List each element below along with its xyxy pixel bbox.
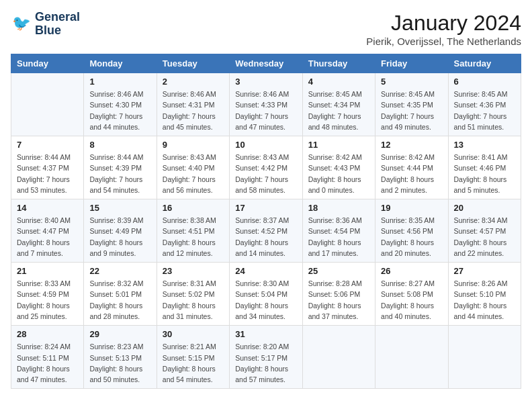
day-detail: Sunrise: 8:45 AMSunset: 4:35 PMDaylight:… — [381, 89, 442, 132]
day-number: 30 — [163, 329, 224, 339]
weekday-header-sunday: Sunday — [11, 54, 84, 73]
calendar-cell: 15Sunrise: 8:39 AMSunset: 4:49 PMDayligh… — [84, 199, 157, 263]
calendar-cell: 1Sunrise: 8:46 AMSunset: 4:30 PMDaylight… — [84, 73, 157, 136]
day-number: 23 — [163, 266, 224, 276]
calendar-cell: 30Sunrise: 8:21 AMSunset: 5:15 PMDayligh… — [157, 326, 229, 389]
logo-icon: 🐦 — [11, 13, 32, 35]
calendar-week-row: 7Sunrise: 8:44 AMSunset: 4:37 PMDaylight… — [11, 136, 521, 199]
calendar-cell: 10Sunrise: 8:43 AMSunset: 4:42 PMDayligh… — [230, 136, 302, 199]
day-number: 4 — [308, 77, 369, 87]
calendar-cell: 23Sunrise: 8:31 AMSunset: 5:02 PMDayligh… — [157, 263, 229, 326]
day-detail: Sunrise: 8:41 AMSunset: 4:46 PMDaylight:… — [454, 152, 515, 195]
calendar-cell: 14Sunrise: 8:40 AMSunset: 4:47 PMDayligh… — [11, 199, 84, 263]
day-detail: Sunrise: 8:39 AMSunset: 4:49 PMDaylight:… — [89, 215, 150, 259]
calendar-cell: 18Sunrise: 8:36 AMSunset: 4:54 PMDayligh… — [302, 199, 375, 263]
day-number: 27 — [454, 266, 515, 276]
day-number: 8 — [89, 140, 150, 150]
day-number: 24 — [235, 266, 296, 276]
calendar-cell: 17Sunrise: 8:37 AMSunset: 4:52 PMDayligh… — [230, 199, 302, 263]
month-title: January 2024 — [366, 11, 521, 36]
calendar-table: SundayMondayTuesdayWednesdayThursdayFrid… — [11, 54, 521, 389]
day-number: 21 — [17, 266, 78, 276]
day-detail: Sunrise: 8:40 AMSunset: 4:47 PMDaylight:… — [17, 215, 78, 259]
logo: 🐦 General Blue — [11, 11, 80, 38]
day-detail: Sunrise: 8:46 AMSunset: 4:31 PMDaylight:… — [163, 89, 224, 132]
day-detail: Sunrise: 8:27 AMSunset: 5:08 PMDaylight:… — [381, 278, 442, 322]
day-detail: Sunrise: 8:36 AMSunset: 4:54 PMDaylight:… — [308, 215, 369, 259]
weekday-header-row: SundayMondayTuesdayWednesdayThursdayFrid… — [11, 54, 521, 73]
calendar-cell: 8Sunrise: 8:44 AMSunset: 4:39 PMDaylight… — [84, 136, 157, 199]
logo-text: General Blue — [35, 11, 80, 38]
day-number: 17 — [235, 203, 296, 213]
svg-text:🐦: 🐦 — [12, 14, 31, 32]
calendar-cell: 19Sunrise: 8:35 AMSunset: 4:56 PMDayligh… — [375, 199, 448, 263]
day-detail: Sunrise: 8:24 AMSunset: 5:11 PMDaylight:… — [17, 341, 78, 385]
day-detail: Sunrise: 8:46 AMSunset: 4:30 PMDaylight:… — [89, 89, 150, 132]
day-number: 26 — [381, 266, 442, 276]
day-detail: Sunrise: 8:44 AMSunset: 4:39 PMDaylight:… — [89, 152, 150, 195]
calendar-week-row: 1Sunrise: 8:46 AMSunset: 4:30 PMDaylight… — [11, 73, 521, 136]
day-number: 19 — [381, 203, 442, 213]
calendar-cell: 27Sunrise: 8:26 AMSunset: 5:10 PMDayligh… — [448, 263, 521, 326]
day-number: 1 — [89, 77, 150, 87]
calendar-week-row: 21Sunrise: 8:33 AMSunset: 4:59 PMDayligh… — [11, 263, 521, 326]
calendar-cell — [375, 326, 448, 389]
calendar-cell: 3Sunrise: 8:46 AMSunset: 4:33 PMDaylight… — [230, 73, 302, 136]
day-detail: Sunrise: 8:37 AMSunset: 4:52 PMDaylight:… — [235, 215, 296, 259]
weekday-header-monday: Monday — [84, 54, 157, 73]
day-number: 2 — [163, 77, 224, 87]
day-detail: Sunrise: 8:20 AMSunset: 5:17 PMDaylight:… — [235, 341, 296, 385]
day-detail: Sunrise: 8:45 AMSunset: 4:36 PMDaylight:… — [454, 89, 515, 132]
calendar-cell: 2Sunrise: 8:46 AMSunset: 4:31 PMDaylight… — [157, 73, 229, 136]
day-number: 29 — [89, 329, 150, 339]
day-number: 10 — [235, 140, 296, 150]
calendar-cell: 24Sunrise: 8:30 AMSunset: 5:04 PMDayligh… — [230, 263, 302, 326]
day-number: 3 — [235, 77, 296, 87]
weekday-header-friday: Friday — [375, 54, 448, 73]
calendar-cell: 11Sunrise: 8:42 AMSunset: 4:43 PMDayligh… — [302, 136, 375, 199]
day-number: 7 — [17, 140, 78, 150]
calendar-cell: 26Sunrise: 8:27 AMSunset: 5:08 PMDayligh… — [375, 263, 448, 326]
calendar-cell: 28Sunrise: 8:24 AMSunset: 5:11 PMDayligh… — [11, 326, 84, 389]
day-number: 14 — [17, 203, 78, 213]
day-detail: Sunrise: 8:23 AMSunset: 5:13 PMDaylight:… — [89, 341, 150, 385]
day-number: 5 — [381, 77, 442, 87]
day-number: 16 — [163, 203, 224, 213]
day-detail: Sunrise: 8:33 AMSunset: 4:59 PMDaylight:… — [17, 278, 78, 322]
calendar-cell: 21Sunrise: 8:33 AMSunset: 4:59 PMDayligh… — [11, 263, 84, 326]
day-detail: Sunrise: 8:28 AMSunset: 5:06 PMDaylight:… — [308, 278, 369, 322]
title-block: January 2024 Pierik, Overijssel, The Net… — [366, 11, 521, 47]
day-number: 13 — [454, 140, 515, 150]
day-detail: Sunrise: 8:31 AMSunset: 5:02 PMDaylight:… — [163, 278, 224, 322]
calendar-cell: 5Sunrise: 8:45 AMSunset: 4:35 PMDaylight… — [375, 73, 448, 136]
day-detail: Sunrise: 8:30 AMSunset: 5:04 PMDaylight:… — [235, 278, 296, 322]
day-number: 22 — [89, 266, 150, 276]
day-detail: Sunrise: 8:38 AMSunset: 4:51 PMDaylight:… — [163, 215, 224, 259]
day-number: 11 — [308, 140, 369, 150]
calendar-week-row: 14Sunrise: 8:40 AMSunset: 4:47 PMDayligh… — [11, 199, 521, 263]
weekday-header-tuesday: Tuesday — [157, 54, 229, 73]
calendar-cell: 7Sunrise: 8:44 AMSunset: 4:37 PMDaylight… — [11, 136, 84, 199]
day-detail: Sunrise: 8:44 AMSunset: 4:37 PMDaylight:… — [17, 152, 78, 195]
calendar-cell: 22Sunrise: 8:32 AMSunset: 5:01 PMDayligh… — [84, 263, 157, 326]
weekday-header-wednesday: Wednesday — [230, 54, 302, 73]
day-detail: Sunrise: 8:32 AMSunset: 5:01 PMDaylight:… — [89, 278, 150, 322]
calendar-cell: 16Sunrise: 8:38 AMSunset: 4:51 PMDayligh… — [157, 199, 229, 263]
calendar-cell: 29Sunrise: 8:23 AMSunset: 5:13 PMDayligh… — [84, 326, 157, 389]
calendar-cell: 12Sunrise: 8:42 AMSunset: 4:44 PMDayligh… — [375, 136, 448, 199]
calendar-cell: 25Sunrise: 8:28 AMSunset: 5:06 PMDayligh… — [302, 263, 375, 326]
day-detail: Sunrise: 8:42 AMSunset: 4:44 PMDaylight:… — [381, 152, 442, 195]
weekday-header-thursday: Thursday — [302, 54, 375, 73]
calendar-cell — [302, 326, 375, 389]
day-detail: Sunrise: 8:34 AMSunset: 4:57 PMDaylight:… — [454, 215, 515, 259]
day-number: 18 — [308, 203, 369, 213]
day-number: 6 — [454, 77, 515, 87]
day-number: 25 — [308, 266, 369, 276]
calendar-cell: 20Sunrise: 8:34 AMSunset: 4:57 PMDayligh… — [448, 199, 521, 263]
day-number: 28 — [17, 329, 78, 339]
day-detail: Sunrise: 8:45 AMSunset: 4:34 PMDaylight:… — [308, 89, 369, 132]
calendar-cell — [11, 73, 84, 136]
day-number: 20 — [454, 203, 515, 213]
calendar-cell — [448, 326, 521, 389]
page-header: 🐦 General Blue January 2024 Pierik, Over… — [11, 11, 521, 47]
